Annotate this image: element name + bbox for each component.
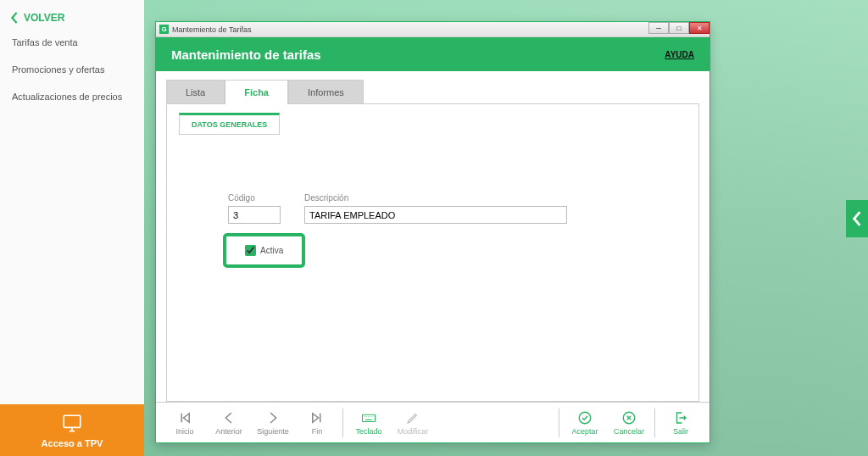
chevron-left-icon [10, 12, 19, 24]
tpv-label: Acceso a TPV [42, 438, 103, 448]
back-label: VOLVER [24, 12, 64, 24]
tab-body: DATOS GENERALES Código Descripción Activ… [166, 103, 699, 402]
pencil-icon [405, 410, 420, 425]
cancelar-button[interactable]: Cancelar [607, 404, 651, 442]
salir-button[interactable]: Salir [659, 404, 703, 442]
first-icon [177, 410, 192, 425]
tab-informes[interactable]: Informes [288, 80, 364, 104]
tariff-window: G Mantemiento de Tarifas ─ □ ✕ Mantenimi… [155, 21, 710, 443]
toolbar-divider [559, 409, 559, 437]
tab-ficha[interactable]: Ficha [225, 80, 288, 104]
window-title: Mantemiento de Tarifas [172, 25, 251, 34]
bottom-toolbar: Inicio Anterior Siguiente Fin Teclado [156, 402, 709, 442]
descripcion-label: Descripción [304, 193, 567, 203]
svg-rect-3 [363, 414, 376, 421]
nav-group: Inicio Anterior Siguiente Fin Teclado [163, 404, 435, 442]
sidebar-item-actualizaciones[interactable]: Actualizaciones de precios [0, 83, 144, 110]
aceptar-button[interactable]: Aceptar [563, 404, 607, 442]
activa-highlight-box: Activa [223, 233, 305, 268]
last-icon [309, 410, 325, 425]
siguiente-label: Siguiente [257, 427, 289, 436]
window-titlebar[interactable]: G Mantemiento de Tarifas ─ □ ✕ [156, 22, 709, 37]
x-circle-icon [621, 410, 637, 425]
tab-bar: Lista Ficha Informes [166, 80, 699, 104]
modificar-label: Modificar [398, 427, 429, 436]
page-title: Mantenimiento de tarifas [171, 47, 321, 62]
activa-checkbox[interactable] [245, 245, 256, 256]
prev-icon [221, 410, 236, 425]
app-header: Mantenimiento de tarifas AYUDA [156, 37, 709, 71]
back-button[interactable]: VOLVER [0, 7, 144, 29]
check-circle-icon [577, 410, 593, 425]
keyboard-icon [361, 410, 376, 425]
modificar-button: Modificar [391, 404, 435, 442]
anterior-button[interactable]: Anterior [207, 404, 251, 442]
teclado-label: Teclado [355, 427, 381, 436]
codigo-input[interactable] [228, 206, 281, 224]
subtab-datos-generales[interactable]: DATOS GENERALES [179, 113, 280, 135]
descripcion-field: Descripción [304, 193, 567, 224]
siguiente-button[interactable]: Siguiente [251, 404, 295, 442]
svg-point-10 [579, 412, 591, 424]
help-link[interactable]: AYUDA [665, 50, 694, 59]
inicio-label: Inicio [175, 427, 193, 436]
close-button[interactable]: ✕ [689, 22, 709, 34]
svg-rect-0 [64, 415, 81, 427]
inicio-button[interactable]: Inicio [163, 404, 207, 442]
sidebar-item-tarifas[interactable]: Tarifas de venta [0, 29, 144, 56]
form-row: Código Descripción [228, 193, 567, 224]
monitor-icon [61, 413, 83, 435]
fin-label: Fin [312, 427, 323, 436]
codigo-field: Código [228, 193, 281, 224]
sidebar-item-promociones[interactable]: Promociones y ofertas [0, 56, 144, 83]
action-group: Aceptar Cancelar Salir [555, 404, 703, 442]
left-sidebar: VOLVER Tarifas de venta Promociones y of… [0, 0, 144, 404]
content-area: Lista Ficha Informes DATOS GENERALES Cód… [156, 71, 709, 402]
cancelar-label: Cancelar [614, 427, 644, 436]
tab-lista[interactable]: Lista [166, 80, 225, 104]
next-icon [265, 410, 281, 425]
toolbar-divider [342, 409, 343, 437]
fin-button[interactable]: Fin [295, 404, 339, 442]
aceptar-label: Aceptar [571, 427, 598, 436]
exit-icon [673, 410, 688, 425]
activa-label: Activa [260, 246, 283, 255]
descripcion-input[interactable] [304, 206, 567, 224]
maximize-button[interactable]: □ [669, 22, 689, 34]
anterior-label: Anterior [215, 427, 242, 436]
toolbar-divider [654, 409, 655, 437]
tpv-access-button[interactable]: Acceso a TPV [0, 404, 144, 456]
right-panel-toggle[interactable] [846, 200, 868, 237]
chevron-left-icon [852, 211, 862, 226]
minimize-button[interactable]: ─ [648, 22, 669, 34]
app-icon: G [159, 25, 169, 34]
salir-label: Salir [673, 427, 688, 436]
codigo-label: Código [228, 193, 281, 203]
window-controls: ─ □ ✕ [648, 22, 709, 35]
teclado-button[interactable]: Teclado [347, 404, 391, 442]
